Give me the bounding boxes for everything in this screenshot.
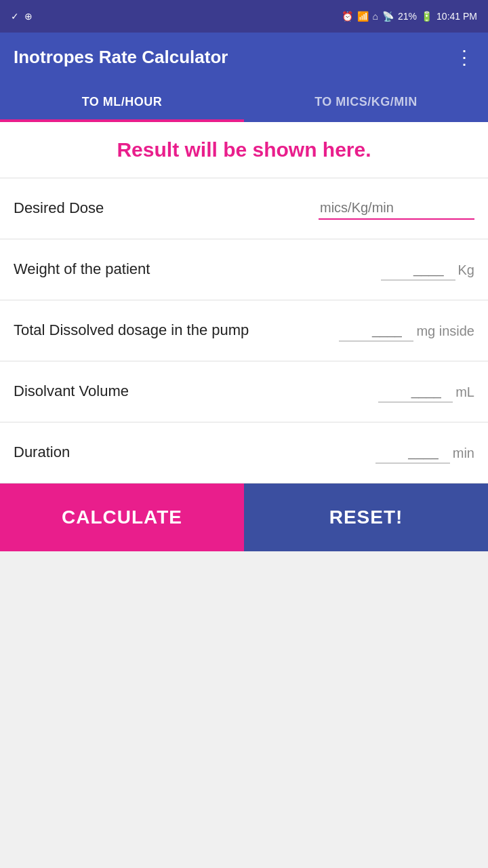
dissolved-dosage-label: Total Dissolved dosage in the pump xyxy=(14,321,339,340)
weight-input[interactable] xyxy=(381,258,455,281)
main-content: Result will be shown here. Desired Dose … xyxy=(0,122,488,551)
result-text: Result will be shown here. xyxy=(117,138,371,161)
dissolved-dosage-unit: mg inside xyxy=(416,323,474,342)
disolvant-volume-input[interactable] xyxy=(378,380,453,403)
weight-unit: Kg xyxy=(458,262,474,281)
duration-input[interactable] xyxy=(375,441,450,464)
status-right: ⏰ 📶 ⌂ 📡 21% 🔋 10:41 PM xyxy=(342,11,477,22)
tab-bar: TO ML/HOUR TO MICS/KG/MIN xyxy=(0,81,488,122)
result-banner: Result will be shown here. xyxy=(0,122,488,178)
wifi-icon: 📶 xyxy=(357,11,369,22)
checkmark-icon: ✓ xyxy=(11,11,19,22)
battery-text: 21% xyxy=(398,11,417,22)
form-section: Desired Dose Weight of the patient Kg To… xyxy=(0,178,488,484)
dissolved-dosage-input[interactable] xyxy=(339,319,413,342)
duration-unit: min xyxy=(453,446,474,464)
reset-button[interactable]: RESET! xyxy=(244,484,488,551)
desired-dose-input-wrapper xyxy=(319,197,474,220)
tab-ml-hour[interactable]: TO ML/HOUR xyxy=(0,81,244,122)
bottom-space xyxy=(0,551,488,673)
weight-label: Weight of the patient xyxy=(14,260,381,279)
field-duration: Duration min xyxy=(0,422,488,484)
button-row: CALCULATE RESET! xyxy=(0,484,488,551)
field-desired-dose: Desired Dose xyxy=(0,178,488,239)
desired-dose-input[interactable] xyxy=(319,197,474,220)
time-display: 10:41 PM xyxy=(436,11,477,22)
home-icon: ⌂ xyxy=(373,11,378,22)
weight-input-wrapper: Kg xyxy=(381,258,474,281)
field-weight: Weight of the patient Kg xyxy=(0,239,488,300)
desired-dose-label: Desired Dose xyxy=(14,199,319,218)
app-bar: Inotropes Rate Calculator ⋮ xyxy=(0,33,488,81)
wechat-icon: ⊕ xyxy=(24,11,33,22)
dissolved-dosage-input-wrapper: mg inside xyxy=(339,319,474,342)
calculate-button[interactable]: CALCULATE xyxy=(0,484,244,551)
app-title: Inotropes Rate Calculator xyxy=(14,47,228,68)
duration-label: Duration xyxy=(14,443,375,462)
signal-icon: 📡 xyxy=(382,11,394,22)
battery-icon: 🔋 xyxy=(421,11,432,22)
disolvant-volume-input-wrapper: mL xyxy=(378,380,474,403)
disolvant-volume-unit: mL xyxy=(455,384,474,403)
field-dissolved-dosage: Total Dissolved dosage in the pump mg in… xyxy=(0,300,488,361)
alarm-icon: ⏰ xyxy=(342,11,353,22)
disolvant-volume-label: Disolvant Volume xyxy=(14,382,378,401)
tab-mics-kg-min[interactable]: TO MICS/KG/MIN xyxy=(244,81,488,122)
overflow-menu-icon[interactable]: ⋮ xyxy=(455,46,474,68)
field-disolvant-volume: Disolvant Volume mL xyxy=(0,361,488,422)
duration-input-wrapper: min xyxy=(375,441,474,464)
status-left: ✓ ⊕ xyxy=(11,11,33,22)
status-bar: ✓ ⊕ ⏰ 📶 ⌂ 📡 21% 🔋 10:41 PM xyxy=(0,0,488,33)
